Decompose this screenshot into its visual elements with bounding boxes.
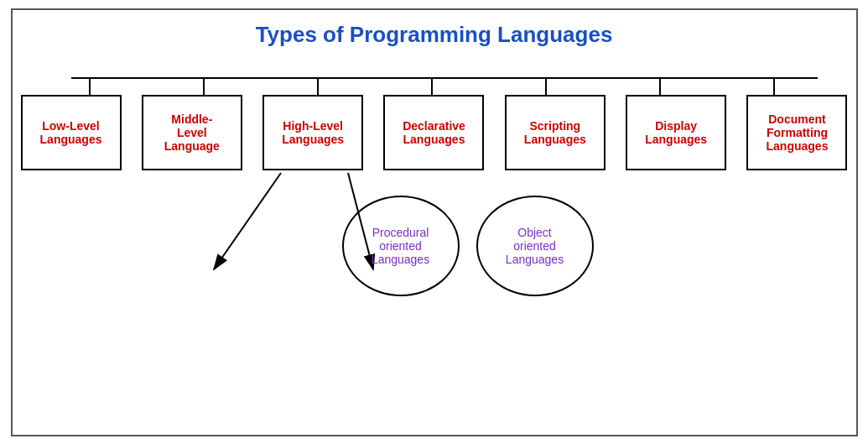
low-level-box: Low-LevelLanguages [21,95,122,170]
box-wrapper-display: DisplayLanguages [626,95,726,170]
scripting-box: ScriptingLanguages [505,95,606,170]
box-wrapper-high-level: High-LevelLanguages [262,95,363,170]
box-wrapper-document: DocumentFormattingLanguages [746,95,847,170]
high-level-box: High-LevelLanguages [262,95,363,170]
box-wrapper-middle-level: Middle-LevelLanguage [142,95,242,170]
diagram-body: Low-LevelLanguages Middle-LevelLanguage … [21,61,848,296]
declarative-box: DeclarativeLanguages [383,95,484,170]
object-oriented-circle: ObjectorientedLanguages [476,196,594,296]
box-wrapper-scripting: ScriptingLanguages [505,95,606,170]
procedural-circle: ProceduralorientedLanguages [342,196,460,296]
display-box: DisplayLanguages [626,95,726,170]
document-formatting-box: DocumentFormattingLanguages [746,95,847,170]
object-oriented-wrapper: ObjectorientedLanguages [476,196,594,296]
top-connector-area [21,61,848,95]
box-wrapper-declarative: DeclarativeLanguages [383,95,484,170]
box-wrapper-low-level: Low-LevelLanguages [21,95,122,170]
diagram-title: Types of Programming Languages [21,18,848,51]
boxes-row: Low-LevelLanguages Middle-LevelLanguage … [21,95,848,170]
middle-level-box: Middle-LevelLanguage [142,95,242,170]
procedural-wrapper: ProceduralorientedLanguages [342,196,460,296]
diagram-container: Types of Programming Languages [11,8,858,436]
circles-section: ProceduralorientedLanguages Objectorient… [88,196,848,296]
